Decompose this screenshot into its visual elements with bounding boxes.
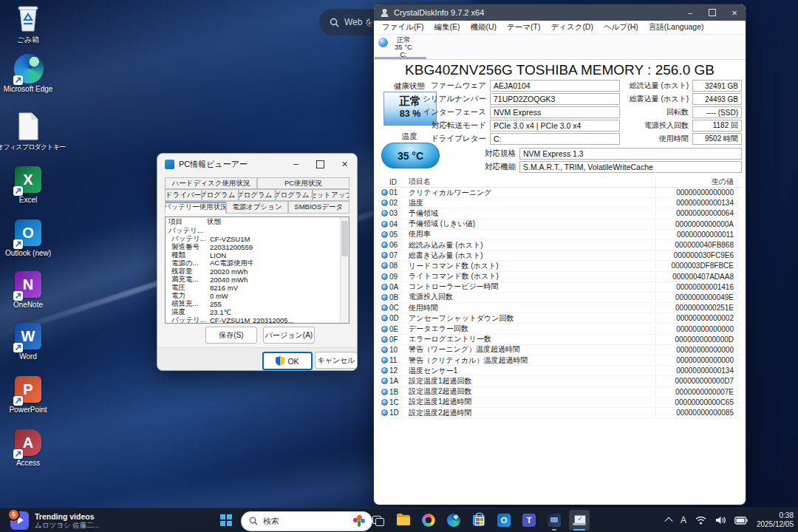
close-button[interactable]: × (332, 154, 357, 174)
drive-tab-c[interactable]: 正常 35 °C C: (375, 35, 426, 59)
smart-row[interactable]: 0D アンセーフシャットダウン回数 00000000000002 (379, 313, 742, 324)
smart-row[interactable]: 0C 使用時間 0000000000251E (379, 303, 742, 313)
attribute-status-icon (379, 378, 389, 384)
smart-row[interactable]: 0F エラーログエントリー数 0000000000000D (379, 335, 742, 345)
smart-row[interactable]: 09 ライトコマンド数 (ホスト) 000000407ADAA8 (379, 272, 742, 282)
tab[interactable]: バッテリー使用状況 (165, 201, 226, 214)
teams-icon: T (522, 514, 536, 527)
smart-row[interactable]: 07 総書き込み量 (ホスト) 000000030FC9E6 (379, 250, 742, 261)
widgets-button[interactable]: 5 Trending videos ムロツヨシ 佐藤二... (4, 510, 106, 531)
attribute-id: 09 (389, 273, 409, 281)
smart-row[interactable]: 02 温度 00000000000134 (379, 198, 742, 208)
task-view-button[interactable] (368, 510, 389, 531)
smart-row[interactable]: 1B 設定温度2超過回数 0000000000007E (379, 387, 742, 398)
attribute-raw-value: 00000000000134 (655, 366, 737, 375)
hidden-icons-chevron-icon[interactable] (664, 517, 672, 525)
smart-row[interactable]: 0A コントローラービジー時間 00000000001416 (379, 282, 742, 293)
smart-row[interactable]: 01 クリティカルワーニング 00000000000000 (379, 188, 742, 198)
speaker-icon[interactable] (715, 516, 726, 525)
smart-row[interactable]: 1D 設定温度2超過時間 00000000000085 (379, 408, 742, 418)
scrollbar-thumb[interactable] (341, 221, 348, 256)
taskbar-search-box[interactable]: 検索 (241, 511, 372, 531)
smart-row[interactable]: 12 温度センサー1 00000000000134 (379, 366, 742, 376)
tab[interactable]: SMBIOSデータ (288, 201, 349, 214)
desktop-icon-access[interactable]: A Access (0, 427, 59, 467)
close-button[interactable]: × (723, 4, 746, 21)
attribute-status-icon (379, 221, 389, 228)
smart-row[interactable]: 11 警告（クリティカル）温度超過時間 00000000000000 (379, 355, 742, 366)
tab-row-1: ハードディスク使用状況PC使用状況 (165, 177, 349, 189)
maximize-button[interactable] (701, 4, 723, 21)
ok-button[interactable]: OK (262, 352, 313, 370)
smart-row[interactable]: 0B 電源投入回数 0000000000049E (379, 293, 742, 303)
desktop-icon-outlook[interactable]: O Outlook (new) (0, 217, 59, 257)
menu-item[interactable]: ディスク(D) (545, 22, 598, 33)
desktop-icon-edge[interactable]: Microsoft Edge (0, 53, 59, 93)
desktop-icon-office-product-key[interactable]: オフィスプロダクトキー (0, 111, 59, 152)
tab[interactable]: PC使用状況 (257, 177, 349, 189)
smart-row[interactable]: 1C 設定温度1超過時間 00000000000C65 (379, 398, 742, 408)
smart-row[interactable]: 03 予備領域 00000000000064 (379, 208, 742, 219)
desktop-icon-word[interactable]: W Word (0, 321, 59, 361)
info-row: 使用時間 9502 時間 (625, 132, 742, 146)
taskbar-clock[interactable]: 0:38 2025/12/05 (757, 511, 795, 529)
pc-info-viewer-taskbar-button[interactable]: ✓ (569, 510, 590, 531)
smart-row[interactable]: 04 予備領域 (しきい値) 0000000000000A (379, 219, 742, 230)
save-button[interactable]: 保存(S) (205, 327, 257, 344)
maximize-button[interactable] (308, 154, 332, 174)
smart-row[interactable]: 05 使用率 00000000000011 (379, 230, 742, 240)
desktop-icon-excel[interactable]: X Excel (0, 164, 59, 204)
copilot-button[interactable] (418, 510, 439, 531)
minimize-button[interactable]: – (284, 154, 308, 174)
temperature-gauge[interactable]: 35 °C (381, 143, 440, 168)
smart-header-id: ID (389, 178, 409, 186)
version-button[interactable]: バージョン(A) (263, 327, 315, 344)
menu-item[interactable]: 機能(U) (465, 22, 502, 33)
battery-icon[interactable] (734, 516, 748, 525)
menu-item[interactable]: 言語(Language) (644, 22, 709, 33)
tab[interactable]: セットアップ (313, 189, 349, 201)
menu-item[interactable]: 編集(E) (429, 22, 465, 33)
active-app-indicator (573, 529, 585, 531)
ime-indicator[interactable]: A (681, 515, 686, 525)
attribute-name: 設定温度2超過回数 (409, 386, 655, 397)
menu-item[interactable]: テーマ(T) (502, 22, 545, 33)
tab[interactable]: ハードディスク使用状況 (165, 177, 257, 189)
list-item[interactable]: バッテリ... CF-VZSU1M 220312005... (166, 316, 349, 324)
menu-item[interactable]: ファイル(F) (377, 22, 429, 33)
teams-button[interactable]: T (519, 510, 539, 531)
edge-icon (447, 514, 460, 527)
desktop-icon-recycle-bin[interactable]: ごみ箱 (0, 3, 59, 45)
desktop-icon-label: Access (0, 459, 59, 467)
file-explorer-button[interactable] (393, 510, 414, 531)
cdi-titlebar[interactable]: CrystalDiskInfo 9.7.2 x64 – × (374, 4, 746, 21)
cancel-button[interactable]: キャンセル (315, 352, 358, 369)
tab[interactable]: プログラム 1 (202, 189, 239, 201)
tab[interactable]: プログラム 2 (239, 189, 276, 201)
tab[interactable]: 電源オプション (226, 201, 287, 214)
dialog-titlebar[interactable]: PC情報ビューアー – × (157, 154, 357, 174)
smart-row[interactable]: 06 総読み込み量 (ホスト) 000000040FB868 (379, 240, 742, 250)
tab[interactable]: プログラム 3 (276, 189, 313, 201)
start-button[interactable] (216, 510, 236, 531)
smart-row[interactable]: 0E データエラー回数 00000000000000 (379, 324, 742, 334)
outlook-button[interactable]: O (494, 510, 514, 531)
microsoft-store-button[interactable] (468, 510, 489, 531)
menu-item[interactable]: ヘルプ(H) (598, 22, 644, 33)
info-row: 対応規格 NVM Express 1.3 (448, 147, 742, 160)
desktop-icon-onenote[interactable]: N OneNote (0, 269, 59, 309)
minimize-button[interactable]: – (679, 4, 701, 21)
clock-date: 2025/12/05 (757, 520, 794, 529)
vertical-scrollbar[interactable] (340, 217, 349, 323)
wifi-icon[interactable] (695, 516, 706, 525)
smart-row[interactable]: 08 リードコマンド数 (ホスト) 0000003DF8FBCE (379, 261, 742, 271)
smart-row[interactable]: 10 警告（ワーニング）温度超過時間 00000000000000 (379, 345, 742, 355)
tab[interactable]: ドライバー (165, 189, 202, 201)
smart-row[interactable]: 1A 設定温度1超過回数 000000000000D7 (379, 376, 742, 386)
edge-button[interactable] (443, 510, 464, 531)
search-icon (330, 18, 339, 27)
desktop-icon-powerpoint[interactable]: P PowerPoint (0, 374, 59, 414)
battery-status-list[interactable]: 項目 状態 バッテリ... バッテリ... CF-VZSU1M 製造番号 220… (165, 216, 349, 324)
running-app-button[interactable] (544, 510, 565, 531)
attribute-status-icon (379, 347, 389, 353)
